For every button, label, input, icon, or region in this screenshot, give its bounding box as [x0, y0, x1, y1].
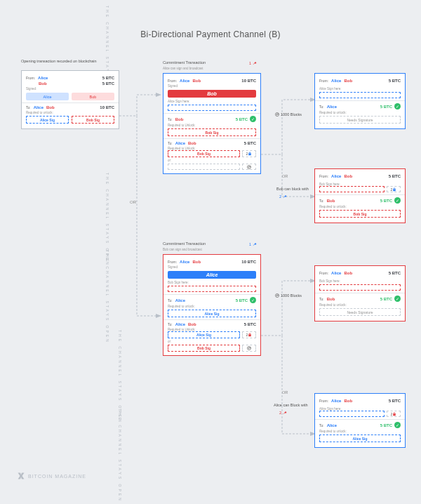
outcome-a1-card: From:AliceBob5 BTC Alice Sign here: To:A… [314, 73, 406, 129]
key-2-blue: 2 [279, 194, 288, 199]
key-1-blue: 1 [249, 241, 258, 246]
key-icon [283, 194, 288, 199]
bob-sig-lock: Bob Sig [168, 150, 240, 157]
bob-chip: Bob [72, 93, 114, 100]
outcome-a2-card: From:AliceBob5 BTC Bob Sign here: 2 To:B… [314, 168, 406, 223]
bob-signed: Bob [168, 90, 256, 98]
alice-sig-box: Alice Sig [26, 116, 69, 124]
bob-block-note: Bob can block with [276, 187, 309, 191]
commit-b-arrows [261, 272, 316, 455]
bitcoin-icon [17, 472, 25, 480]
page-title: Bi-Directional Payment Channel (B) [0, 29, 421, 39]
opening-transaction-card: From:Alice5 BTC Bob5 BTC Signed: Alice B… [21, 70, 119, 129]
opening-section-title: Opening transaction recorded on blockcha… [21, 59, 112, 63]
channel-open-note: THE CHANNEL STAYS OPEN [105, 250, 109, 344]
or-label: OR [282, 174, 288, 178]
key-icon [283, 410, 288, 415]
key-icon [253, 241, 258, 246]
check-icon: ✓ [250, 116, 256, 122]
bob-sign-input [168, 286, 256, 292]
branch-arrows: OR [119, 77, 161, 344]
empty-slot [168, 164, 240, 170]
alice-chip: Alice [26, 93, 69, 100]
commit-a-arrows [261, 91, 316, 218]
bob-sig-box: Bob Sig [72, 116, 114, 124]
outcome-b1-card: From:AliceBob5 BTC Bob Sign here: To:Bob… [314, 265, 406, 321]
svg-text:OR: OR [130, 200, 137, 204]
lock-icon [248, 152, 252, 156]
alice-sign-input [168, 105, 256, 111]
alice-sig-lock: Alice Sig [168, 331, 240, 338]
alice-block-note: Alice can Block with [274, 403, 308, 407]
outcome-b2-card: From:AliceBob5 BTC Alice Sign here: 2 To… [314, 393, 406, 448]
svg-marker-0 [156, 93, 161, 97]
commit-b-header: Commitment Transaction Bob can sign and … [163, 241, 206, 251]
clock-icon [247, 165, 251, 169]
key-2-red: 2 [279, 410, 288, 415]
key-icon [253, 60, 258, 65]
svg-marker-1 [156, 314, 161, 318]
timing-2: 1000 Blocks [275, 293, 302, 298]
commit-a-card: From:AliceBob10 BTC Signed: Bob Alice Si… [163, 73, 261, 174]
commit-b-card: From:AliceBob10 BTC Signed: Alice Bob Si… [163, 254, 261, 356]
commit-a-header: Commitment Transaction Alice can sign an… [163, 60, 206, 70]
logo-bitcoin-magazine: BITCOIN MAGAZINE [17, 472, 86, 480]
channel-open-note: THE CHANNEL STAYS OPEN [118, 409, 122, 503]
timing-1: 1000 Blocks [275, 112, 302, 117]
key-1-red: 1 [249, 60, 258, 65]
or-label: OR [282, 390, 288, 394]
alice-signed: Alice [168, 271, 256, 279]
